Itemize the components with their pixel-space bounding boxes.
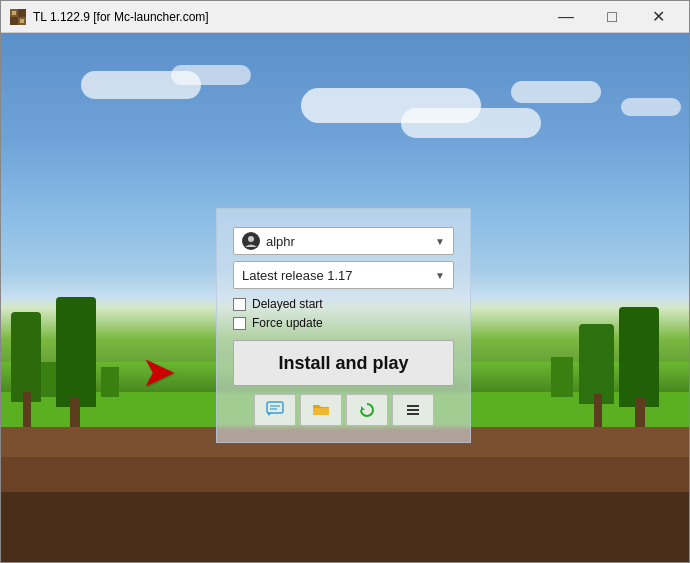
cloud-6 — [621, 98, 681, 116]
bottom-toolbar — [233, 394, 454, 426]
window-controls: — □ ✕ — [543, 1, 681, 33]
force-update-row: Force update — [233, 316, 454, 330]
svg-rect-4 — [20, 19, 24, 23]
profile-icon — [242, 232, 260, 250]
force-update-checkbox[interactable] — [233, 317, 246, 330]
launcher-dialog: alphr ▼ Latest release 1.17 ▼ Delayed st… — [216, 208, 471, 443]
tree-top-left-1 — [11, 312, 41, 402]
force-update-label: Force update — [252, 316, 323, 330]
delayed-start-row: Delayed start — [233, 297, 454, 311]
cloud-4 — [511, 81, 601, 103]
tall-grass-4 — [551, 357, 573, 397]
delayed-start-label: Delayed start — [252, 297, 323, 311]
tree-top-right-1 — [619, 307, 659, 407]
close-button[interactable]: ✕ — [635, 1, 681, 33]
arrow-indicator: ➤ — [141, 347, 176, 396]
menu-button[interactable] — [392, 394, 434, 426]
chat-button[interactable] — [254, 394, 296, 426]
version-label: Latest release 1.17 — [242, 268, 435, 283]
titlebar: TL 1.122.9 [for Mc-launcher.com] — □ ✕ — [1, 1, 689, 33]
dirt-layer-2 — [1, 457, 689, 497]
folder-button[interactable] — [300, 394, 342, 426]
tree-top-right-2 — [579, 324, 614, 404]
main-window: TL 1.122.9 [for Mc-launcher.com] — □ ✕ — [0, 0, 690, 563]
refresh-button[interactable] — [346, 394, 388, 426]
svg-rect-6 — [267, 402, 283, 413]
dirt-layer-3 — [1, 492, 689, 562]
tree-trunk-left-1 — [23, 392, 31, 432]
version-dropdown-arrow: ▼ — [435, 270, 445, 281]
delayed-start-checkbox[interactable] — [233, 298, 246, 311]
tree-top-left-2 — [56, 297, 96, 407]
tall-grass-3 — [101, 367, 119, 397]
version-dropdown[interactable]: Latest release 1.17 ▼ — [233, 261, 454, 289]
app-icon — [9, 8, 27, 26]
profile-dropdown[interactable]: alphr ▼ — [233, 227, 454, 255]
minimize-button[interactable]: — — [543, 1, 589, 33]
install-play-button[interactable]: Install and play — [233, 340, 454, 386]
profile-name: alphr — [266, 234, 435, 249]
svg-marker-9 — [361, 406, 365, 410]
svg-point-5 — [248, 236, 254, 242]
game-background: ➤ alphr ▼ Latest release 1.17 ▼ — [1, 33, 689, 562]
maximize-button[interactable]: □ — [589, 1, 635, 33]
cloud-5 — [401, 108, 541, 138]
svg-rect-3 — [12, 11, 16, 15]
window-title: TL 1.122.9 [for Mc-launcher.com] — [33, 10, 543, 24]
profile-dropdown-arrow: ▼ — [435, 236, 445, 247]
cloud-2 — [171, 65, 251, 85]
